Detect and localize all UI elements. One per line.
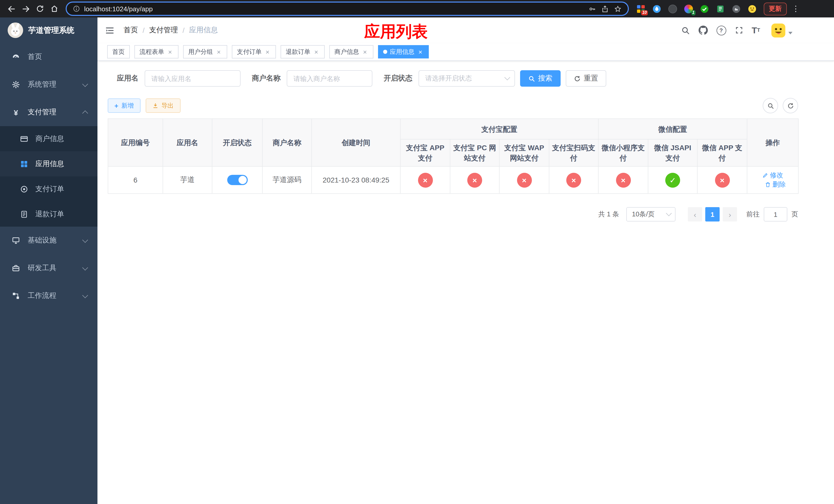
status-label: 开启状态 — [384, 74, 412, 83]
grid-icon — [20, 160, 29, 168]
document-icon — [20, 210, 29, 218]
close-icon[interactable]: × — [313, 48, 320, 55]
close-icon[interactable]: × — [417, 48, 424, 55]
delete-link-label: 删除 — [772, 180, 786, 189]
sidebar-item-home[interactable]: 首页 — [0, 43, 97, 71]
browser-menu-icon[interactable]: ⋮ — [792, 4, 799, 13]
user-menu[interactable] — [771, 23, 792, 38]
extension-check-icon[interactable] — [700, 4, 709, 13]
goto-label: 前往 — [746, 210, 760, 219]
tab-refund-order[interactable]: 退款订单× — [281, 45, 325, 59]
tab-pay-order[interactable]: 支付订单× — [232, 45, 276, 59]
fullscreen-icon[interactable] — [735, 26, 743, 35]
address-bar[interactable]: localhost:1024/pay/app — [66, 2, 629, 16]
extension-dark-icon[interactable] — [668, 4, 677, 13]
sidebar-item-infrastructure[interactable]: 基础设施 — [0, 227, 97, 254]
help-icon[interactable]: ? — [716, 25, 726, 35]
extension-puzzle-icon[interactable] — [731, 4, 741, 13]
sidebar-item-label: 支付订单 — [36, 184, 64, 193]
edit-link[interactable]: 修改 — [762, 171, 783, 180]
refresh-table-button[interactable] — [783, 98, 798, 113]
close-icon[interactable]: × — [167, 48, 173, 55]
close-icon[interactable]: × — [215, 48, 222, 55]
chevron-down-icon — [666, 210, 672, 216]
breadcrumb-current: 应用信息 — [189, 26, 218, 35]
app-name-input[interactable] — [145, 70, 241, 87]
sidebar-item-workflow[interactable]: 工作流程 — [0, 282, 97, 310]
sidebar-item-refund-order[interactable]: 退款订单 — [0, 202, 97, 227]
extension-drop-icon[interactable] — [652, 4, 661, 13]
status-select[interactable]: 请选择开启状态 — [419, 70, 515, 87]
extension-color-wheel-icon[interactable]: 1 — [684, 4, 693, 13]
cell-wx-app: × — [697, 166, 747, 193]
status-fail-icon: × — [715, 173, 730, 187]
close-icon[interactable]: × — [264, 48, 271, 55]
plus-icon: + — [114, 102, 118, 110]
site-info-icon[interactable] — [73, 5, 80, 12]
col-actions: 操作 — [747, 119, 798, 166]
page-number-1[interactable]: 1 — [705, 207, 720, 222]
col-alipay-qr: 支付宝扫码支付 — [549, 139, 598, 166]
extension-book-icon[interactable] — [716, 4, 725, 13]
breadcrumb-separator: / — [182, 26, 185, 35]
extension-emoji-icon[interactable] — [747, 4, 756, 13]
github-icon[interactable] — [698, 26, 707, 35]
col-app-name: 应用名 — [163, 119, 212, 166]
col-alipay-app: 支付宝 APP 支付 — [400, 139, 450, 166]
bookmark-star-icon[interactable] — [614, 5, 622, 13]
url-text[interactable]: localhost:1024/pay/app — [84, 5, 153, 13]
merchant-name-input[interactable] — [287, 70, 372, 87]
tab-app-info[interactable]: 应用信息× — [378, 45, 429, 59]
sidebar-item-app-info[interactable]: 应用信息 — [0, 151, 97, 176]
delete-link[interactable]: 删除 — [765, 180, 786, 189]
sidebar-item-payment[interactable]: ¥ 支付管理 — [0, 98, 97, 126]
share-icon[interactable] — [601, 5, 609, 13]
status-fail-icon: × — [566, 173, 581, 187]
reset-button-label: 重置 — [584, 74, 598, 83]
sidebar-item-merchant-info[interactable]: 商户信息 — [0, 126, 97, 151]
export-button[interactable]: 导出 — [146, 98, 180, 113]
search-button[interactable]: 搜索 — [520, 70, 561, 87]
browser-update-button[interactable]: 更新 — [764, 2, 787, 15]
hamburger-icon[interactable] — [97, 26, 119, 34]
password-key-icon[interactable] — [588, 5, 596, 13]
reload-icon[interactable] — [33, 2, 47, 16]
close-icon[interactable]: × — [361, 48, 368, 55]
col-wx-lite: 微信小程序支付 — [598, 139, 648, 166]
add-button-label: 新增 — [121, 101, 134, 110]
sidebar-item-pay-order[interactable]: 支付订单 — [0, 176, 97, 202]
back-icon[interactable] — [4, 2, 19, 16]
font-size-icon[interactable]: TT — [752, 26, 760, 35]
tab-user-group[interactable]: 用户分组× — [183, 45, 227, 59]
forward-icon[interactable] — [19, 2, 33, 16]
app-logo[interactable]: 芋道管理系统 — [0, 18, 97, 43]
edit-link-label: 修改 — [770, 171, 783, 180]
goto-unit-label: 页 — [791, 210, 798, 219]
sidebar-item-label: 研发工具 — [28, 264, 57, 273]
extension-badge: 10 — [641, 10, 648, 15]
next-page-button[interactable]: › — [723, 207, 737, 222]
status-toggle[interactable] — [227, 175, 247, 185]
tab-label: 商户信息 — [334, 47, 359, 56]
add-button[interactable]: + 新增 — [108, 98, 140, 113]
col-group-wechat: 微信配置 — [598, 119, 747, 139]
sidebar-item-devtools[interactable]: 研发工具 — [0, 254, 97, 282]
tab-process-form[interactable]: 流程表单× — [134, 45, 178, 59]
toggle-search-button[interactable] — [763, 98, 778, 113]
prev-page-button[interactable]: ‹ — [688, 207, 702, 222]
tab-merchant-info[interactable]: 商户信息× — [329, 45, 373, 59]
goto-page-input[interactable] — [764, 207, 787, 222]
search-icon[interactable] — [681, 26, 689, 35]
breadcrumb-section[interactable]: 支付管理 — [149, 26, 178, 35]
reset-button[interactable]: 重置 — [566, 70, 606, 87]
tab-home[interactable]: 首页 — [107, 45, 130, 59]
page-size-select[interactable]: 10条/页 — [626, 207, 676, 222]
pagination: 共 1 条 10条/页 ‹ 1 › 前往 页 — [108, 207, 798, 222]
breadcrumb-home[interactable]: 首页 — [124, 26, 138, 35]
page-content: 应用名 商户名称 开启状态 请选择开启状态 — [97, 61, 834, 222]
home-icon[interactable] — [47, 2, 62, 16]
export-button-label: 导出 — [161, 101, 174, 110]
extension-grid-icon[interactable]: 10 — [636, 4, 645, 13]
sidebar-item-label: 基础设施 — [28, 236, 57, 245]
sidebar-item-system[interactable]: 系统管理 — [0, 71, 97, 98]
